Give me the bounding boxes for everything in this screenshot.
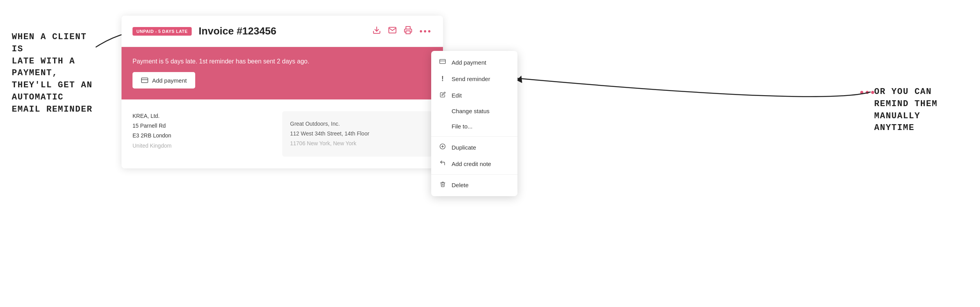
invoice-header: UNPAID - 5 DAYS LATE Invoice #123456 (122, 16, 443, 47)
dropdown-menu: Add payment ! Send reminder Edit Change … (431, 51, 517, 196)
print-icon[interactable] (404, 26, 412, 36)
dropdown-credit-note-icon (439, 160, 446, 168)
dropdown-duplicate-label: Duplicate (452, 144, 476, 151)
annotation-right: OR YOU CAN REMIND THEM MANUALLY ANYTIME (874, 86, 968, 134)
dropdown-item-add-payment[interactable]: Add payment (431, 54, 517, 70)
from-name: KREA, Ltd. (132, 111, 267, 121)
from-address: KREA, Ltd. 15 Parnell Rd E3 2RB London U… (132, 111, 267, 157)
svg-rect-6 (440, 60, 446, 64)
from-country: United Kingdom (132, 141, 267, 151)
alert-text: Payment is 5 days late. 1st reminder has… (132, 58, 432, 65)
dropdown-add-credit-note-label: Add credit note (452, 161, 491, 167)
dropdown-delete-icon (439, 181, 446, 189)
dropdown-delete-label: Delete (452, 182, 468, 188)
dropdown-item-edit[interactable]: Edit (431, 87, 517, 103)
invoice-body: KREA, Ltd. 15 Parnell Rd E3 2RB London U… (122, 99, 443, 168)
dropdown-item-change-status[interactable]: Change status (431, 103, 517, 119)
alert-banner: Payment is 5 days late. 1st reminder has… (122, 47, 443, 99)
add-payment-label: Add payment (152, 77, 187, 84)
from-city: E3 2RB London (132, 131, 267, 141)
dropdown-send-reminder-label: Send reminder (452, 76, 490, 82)
dropdown-item-duplicate[interactable]: Duplicate (431, 139, 517, 155)
download-icon[interactable] (372, 26, 381, 36)
invoice-card: UNPAID - 5 DAYS LATE Invoice #123456 (122, 16, 443, 168)
to-name: Great Outdoors, Inc. (290, 119, 424, 129)
dropdown-divider-1 (431, 136, 517, 137)
to-city: 11706 New York, New York (290, 139, 424, 148)
svg-rect-3 (406, 31, 410, 34)
from-street: 15 Parnell Rd (132, 121, 267, 131)
dropdown-item-send-reminder[interactable]: ! Send reminder (431, 70, 517, 87)
dropdown-edit-label: Edit (452, 92, 462, 99)
dropdown-item-delete[interactable]: Delete (431, 177, 517, 193)
annotation-left: WHEN A CLIENT IS LATE WITH A PAYMENT, TH… (12, 31, 98, 116)
email-icon[interactable] (388, 26, 397, 36)
dropdown-change-status-label: Change status (452, 108, 490, 114)
annotation-right-text: OR YOU CAN REMIND THEM MANUALLY ANYTIME (874, 87, 938, 133)
dropdown-file-to-label: File to... (452, 123, 472, 130)
dropdown-reminder-icon: ! (439, 75, 446, 83)
dropdown-item-add-credit-note[interactable]: Add credit note (431, 155, 517, 172)
svg-rect-4 (142, 78, 148, 83)
invoice-title: Invoice #123456 (199, 25, 365, 37)
dropdown-add-payment-label: Add payment (452, 59, 486, 66)
status-badge: UNPAID - 5 DAYS LATE (132, 27, 192, 36)
three-dots-indicator: ••• (860, 86, 876, 99)
invoice-actions: ••• (372, 26, 432, 36)
dropdown-edit-icon (439, 92, 446, 99)
more-options-icon[interactable]: ••• (419, 26, 432, 36)
add-payment-button[interactable]: Add payment (132, 72, 195, 88)
to-street: 112 West 34th Street, 14th Floor (290, 129, 424, 139)
card-icon (141, 77, 148, 84)
svg-marker-1 (517, 76, 522, 83)
annotation-left-text: WHEN A CLIENT IS LATE WITH A PAYMENT, TH… (12, 32, 93, 114)
dropdown-item-file-to[interactable]: File to... (431, 119, 517, 134)
dropdown-duplicate-icon (439, 143, 446, 151)
dropdown-card-icon (439, 58, 446, 66)
dropdown-divider-2 (431, 174, 517, 175)
to-address: Great Outdoors, Inc. 112 West 34th Stree… (282, 111, 432, 157)
